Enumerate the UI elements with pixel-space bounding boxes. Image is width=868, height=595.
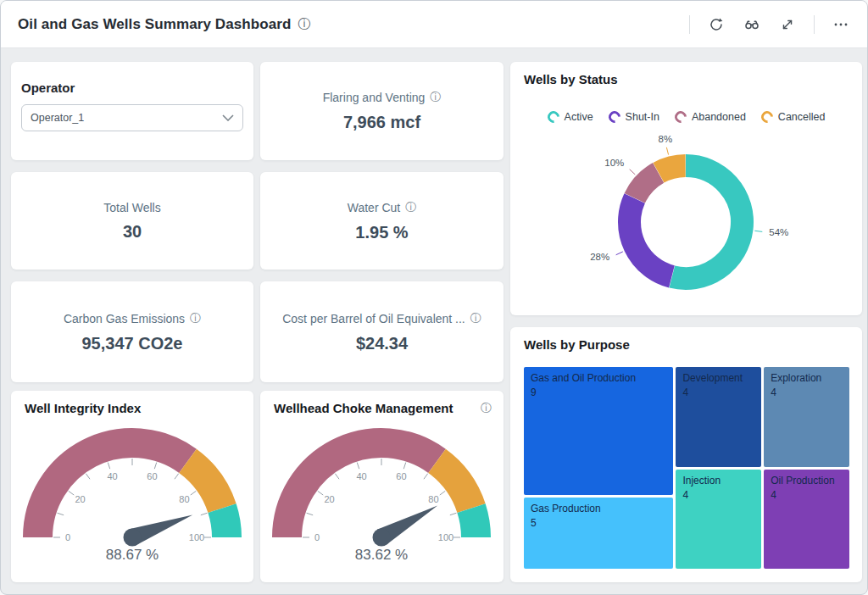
binoculars-icon[interactable] [743,15,761,34]
treemap-tile[interactable]: Gas and Oil Production9 [524,367,673,495]
metric-card-total-wells: Total Wells 30 [11,172,253,270]
chevron-down-icon [222,114,234,121]
donut-percent-label: 28% [590,252,609,262]
tile-value: 4 [771,386,843,400]
metric-value: 95,347 CO2e [82,334,183,353]
metric-card-cost-per-barrel: Cost per Barrel of Oil Equivalent ...ⓘ $… [260,281,504,382]
legend-marker-icon [606,108,623,125]
info-icon[interactable]: ⓘ [481,401,492,416]
donut-slice-cancelled[interactable] [659,166,686,173]
toolbar-divider [689,15,690,34]
info-icon[interactable]: ⓘ [470,311,481,326]
gauge-tick-label: 80 [428,494,438,504]
gauge-tick-label: 20 [75,494,85,504]
metric-title: Flaring and Venting [323,91,426,104]
gauge-tick-label: 0 [65,532,70,542]
more-icon[interactable] [832,15,850,34]
gauge-band [222,509,226,537]
donut-slice-shut-in[interactable] [630,198,672,276]
gauge-tick [108,463,109,470]
operator-filter-card: Operator Operator_1 [11,62,253,160]
metric-value: 7,966 mcf [343,113,420,132]
legend-label: Active [565,111,593,123]
gauge-tick [450,513,457,514]
treemap-tile[interactable]: Development4 [676,367,761,467]
gauge-tick-label: 80 [179,494,189,504]
metric-value: $24.34 [356,334,408,353]
well-integrity-gauge: 02040608010088.67 % [11,391,253,582]
gauge-tick [154,463,156,470]
metric-title: Water Cut [348,201,401,214]
legend-marker-icon [545,108,562,125]
wells-by-purpose-card: Wells by Purpose Gas and Oil Production9… [510,327,862,582]
gauge-tick-label: 0 [314,532,320,542]
wellhead-choke-card: Wellhead Choke Management ⓘ 020406080100… [260,391,504,582]
tile-label: Development [682,371,754,386]
metric-value: 1.95 % [355,223,408,242]
gauge-tick [440,491,445,495]
operator-label: Operator [21,81,75,95]
legend-marker-icon [759,108,776,125]
gauge-tick [201,513,208,514]
dashboard-frame: Oil and Gas Wells Summary Dashboard ⓘ Op… [0,0,868,595]
card-title: Well Integrity Index [25,401,141,415]
metric-title: Total Wells [103,201,160,214]
gauge-band [188,461,223,509]
wellhead-choke-gauge: 02040608010083.62 % [260,391,504,582]
donut-slice-abandoned[interactable] [635,173,659,198]
legend-label: Shut-In [626,111,659,123]
refresh-icon[interactable] [707,15,726,34]
expand-icon[interactable] [778,15,797,34]
wells-by-purpose-treemap: Gas and Oil Production9Gas Production5De… [524,367,849,569]
legend-item[interactable]: Shut-In [609,111,659,123]
gauge-tick-label: 40 [107,471,117,481]
tile-label: Oil Production [771,474,843,488]
treemap-tile[interactable]: Exploration4 [764,367,849,467]
legend-item[interactable]: Active [548,111,593,123]
operator-selected-value: Operator_1 [31,112,84,124]
gauge-tick [318,491,323,495]
donut-slice-active[interactable] [672,166,743,279]
wells-by-status-donut[interactable]: 54%28%10%8% [510,130,862,314]
gauge-tick-label: 20 [324,494,334,504]
tile-label: Gas Production [531,502,666,516]
gauge-tick-label: 60 [396,471,406,481]
gauge-tick-label: 60 [147,471,157,481]
gauge-tick-label: 100 [189,532,204,542]
header: Oil and Gas Wells Summary Dashboard ⓘ [1,1,867,48]
legend-label: Abandoned [692,111,746,123]
title-info-icon[interactable]: ⓘ [298,16,311,32]
label-leader-line [666,147,668,155]
legend-item[interactable]: Abandoned [675,111,746,123]
gauge-needle-hub [124,529,142,547]
legend-item[interactable]: Cancelled [761,111,826,123]
tile-value: 5 [531,516,666,531]
gauge-tick [58,513,64,514]
tile-value: 4 [771,488,843,503]
gauge-tick [69,491,74,495]
tile-label: Gas and Oil Production [531,371,666,386]
info-icon[interactable]: ⓘ [405,200,416,215]
info-icon[interactable]: ⓘ [430,90,441,105]
gauge-tick [175,474,179,479]
operator-select[interactable]: Operator_1 [21,104,243,131]
card-title: Wellhead Choke Management [274,401,453,415]
gauge-tick-label: 100 [438,532,453,542]
gauge-tick [307,513,314,514]
treemap-tile[interactable]: Injection4 [676,470,761,570]
metric-card-flaring: Flaring and Ventingⓘ 7,966 mcf [260,62,504,160]
metric-title: Cost per Barrel of Oil Equivalent ... [282,312,465,325]
treemap-tile[interactable]: Oil Production4 [764,470,849,570]
wells-by-status-card: Wells by Status ActiveShut-InAbandonedCa… [510,62,862,315]
metric-title: Carbon Gas Emissions [64,312,185,325]
legend-label: Cancelled [778,111,826,123]
gauge-tick [86,474,90,479]
info-icon[interactable]: ⓘ [190,311,201,326]
metric-value: 30 [123,222,142,242]
treemap-tile[interactable]: Gas Production5 [524,498,673,569]
metric-card-carbon-emissions: Carbon Gas Emissionsⓘ 95,347 CO2e [11,281,253,382]
gauge-band [437,461,472,509]
gauge-value: 83.62 % [355,547,408,563]
gauge-needle-hub [373,529,391,547]
status-legend: ActiveShut-InAbandonedCancelled [510,111,862,123]
